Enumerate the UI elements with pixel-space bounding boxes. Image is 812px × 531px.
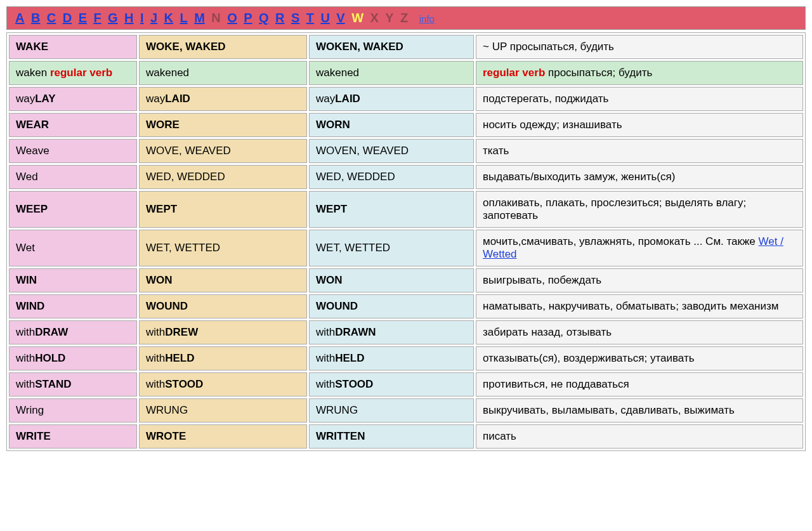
cell-infinitive: wayLAY — [9, 87, 137, 111]
nav-letter-d[interactable]: D — [63, 11, 72, 25]
cell-infinitive: WIN — [9, 268, 137, 292]
cell-translation: выдавать/выходить замуж, женить(ся) — [476, 165, 803, 189]
cell-participle: wayLAID — [309, 87, 474, 111]
cell-infinitive: WRITE — [9, 424, 137, 449]
cell-infinitive: WEEP — [9, 191, 137, 228]
nav-letter-o[interactable]: O — [227, 11, 237, 25]
cell-translation: выкручивать, выламывать, сдавливать, выж… — [476, 398, 803, 423]
table-row: withDRAWwithDREWwithDRAWNзабирать назад,… — [9, 320, 803, 344]
cell-participle: WON — [309, 268, 474, 292]
cell-participle: WET, WETTED — [309, 230, 474, 266]
cell-participle: WRUNG — [309, 398, 474, 423]
cell-translation: ~ UP просыпаться, будить — [476, 35, 803, 59]
cell-participle: WRITTEN — [309, 424, 474, 449]
nav-letter-b[interactable]: B — [31, 11, 40, 25]
nav-letter-disabled: Z — [400, 11, 408, 25]
cell-translation: ткать — [476, 139, 803, 163]
cell-translation: мочить,смачивать, увлажнять, промокать .… — [476, 230, 803, 266]
nav-letter-disabled: Y — [385, 11, 393, 25]
cell-translation: подстерегать, поджидать — [476, 87, 803, 111]
table-row: WINDWOUNDWOUNDнаматывать, накручивать, о… — [9, 294, 803, 318]
nav-letter-k[interactable]: K — [164, 11, 173, 25]
cell-infinitive: Wring — [9, 398, 137, 423]
cell-infinitive: waken regular verb — [9, 61, 137, 85]
cell-infinitive: Wed — [9, 165, 137, 189]
nav-letter-f[interactable]: F — [93, 11, 101, 25]
cell-infinitive: WAKE — [9, 35, 137, 59]
cell-past: WOKE, WAKED — [139, 35, 307, 59]
cell-past: WET, WETTED — [139, 230, 307, 266]
nav-letter-p[interactable]: P — [244, 11, 252, 25]
cell-infinitive: withHOLD — [9, 346, 137, 370]
nav-letter-disabled: X — [370, 11, 378, 25]
nav-letter-r[interactable]: R — [275, 11, 284, 25]
table-row: wayLAYwayLAIDwayLAIDподстерегать, поджид… — [9, 87, 803, 111]
cell-translation: забирать назад, отзывать — [476, 320, 803, 344]
cell-past: WOUND — [139, 294, 307, 318]
cell-translation: regular verb просыпаться; будить — [476, 61, 803, 85]
cell-participle: withHELD — [309, 346, 474, 370]
cell-infinitive: Weave — [9, 139, 137, 163]
cell-participle: withDRAWN — [309, 320, 474, 344]
nav-letter-l[interactable]: L — [180, 11, 188, 25]
cell-past: WOVE, WEAVED — [139, 139, 307, 163]
cell-past: wakened — [139, 61, 307, 85]
cell-past: WON — [139, 268, 307, 292]
nav-letter-a[interactable]: A — [15, 11, 24, 25]
table-row: WringWRUNGWRUNGвыкручивать, выламывать, … — [9, 398, 803, 423]
table-row: WRITEWROTEWRITTENписать — [9, 424, 803, 449]
cell-translation: наматывать, накручивать, обматывать; зав… — [476, 294, 803, 318]
cell-infinitive: WEAR — [9, 113, 137, 137]
cell-past: WED, WEDDED — [139, 165, 307, 189]
table-row: WetWET, WETTEDWET, WETTEDмочить,смачиват… — [9, 230, 803, 266]
cell-translation: выигрывать, побеждать — [476, 268, 803, 292]
cell-participle: WEPT — [309, 191, 474, 228]
see-also-link[interactable]: Wet / Wetted — [483, 235, 783, 260]
cell-translation: отказывать(ся), воздерживаться; утаивать — [476, 346, 803, 370]
table-row: WEEPWEPTWEPTоплакивать, плакать, прослез… — [9, 191, 803, 228]
nav-letter-c[interactable]: C — [47, 11, 56, 25]
nav-letter-disabled: N — [211, 11, 220, 25]
nav-letter-m[interactable]: M — [194, 11, 205, 25]
table-row: withHOLDwithHELDwithHELDотказывать(ся), … — [9, 346, 803, 370]
nav-letter-s[interactable]: S — [291, 11, 299, 25]
table-row: waken regular verbwakenedwakenedregular … — [9, 61, 803, 85]
nav-letter-g[interactable]: G — [108, 11, 118, 25]
table-row: WINWONWONвыигрывать, побеждать — [9, 268, 803, 292]
alphabet-nav: A B C D E F G H I J K L M N O P Q R S T … — [6, 6, 806, 30]
cell-infinitive: WIND — [9, 294, 137, 318]
cell-past: withHELD — [139, 346, 307, 370]
cell-past: WRUNG — [139, 398, 307, 423]
table-row: withSTANDwithSTOODwithSTOODпротивиться, … — [9, 372, 803, 397]
cell-participle: WED, WEDDED — [309, 165, 474, 189]
cell-infinitive: withSTAND — [9, 372, 137, 397]
nav-letter-t[interactable]: T — [306, 11, 314, 25]
cell-participle: WOUND — [309, 294, 474, 318]
nav-letter-current: W — [351, 11, 363, 25]
table-row: WAKEWOKE, WAKEDWOKEN, WAKED~ UP просыпат… — [9, 35, 803, 59]
cell-past: wayLAID — [139, 87, 307, 111]
cell-translation: носить одежду; изнашивать — [476, 113, 803, 137]
cell-participle: WOVEN, WEAVED — [309, 139, 474, 163]
cell-infinitive: withDRAW — [9, 320, 137, 344]
verb-table: WAKEWOKE, WAKEDWOKEN, WAKED~ UP просыпат… — [6, 32, 806, 451]
cell-past: WROTE — [139, 424, 307, 449]
nav-letter-h[interactable]: H — [124, 11, 133, 25]
nav-info-link[interactable]: info — [419, 13, 435, 24]
nav-letter-i[interactable]: I — [140, 11, 144, 25]
nav-letter-j[interactable]: J — [150, 11, 157, 25]
nav-letter-v[interactable]: V — [336, 11, 344, 25]
cell-infinitive: Wet — [9, 230, 137, 266]
cell-translation: писать — [476, 424, 803, 449]
nav-letter-u[interactable]: U — [320, 11, 329, 25]
table-row: WeaveWOVE, WEAVEDWOVEN, WEAVEDткать — [9, 139, 803, 163]
nav-letter-e[interactable]: E — [79, 11, 87, 25]
cell-past: withDREW — [139, 320, 307, 344]
cell-participle: withSTOOD — [309, 372, 474, 397]
cell-past: WEPT — [139, 191, 307, 228]
cell-translation: оплакивать, плакать, прослезиться; выдел… — [476, 191, 803, 228]
cell-participle: WORN — [309, 113, 474, 137]
nav-letter-q[interactable]: Q — [259, 11, 269, 25]
cell-past: withSTOOD — [139, 372, 307, 397]
table-row: WedWED, WEDDEDWED, WEDDEDвыдавать/выходи… — [9, 165, 803, 189]
